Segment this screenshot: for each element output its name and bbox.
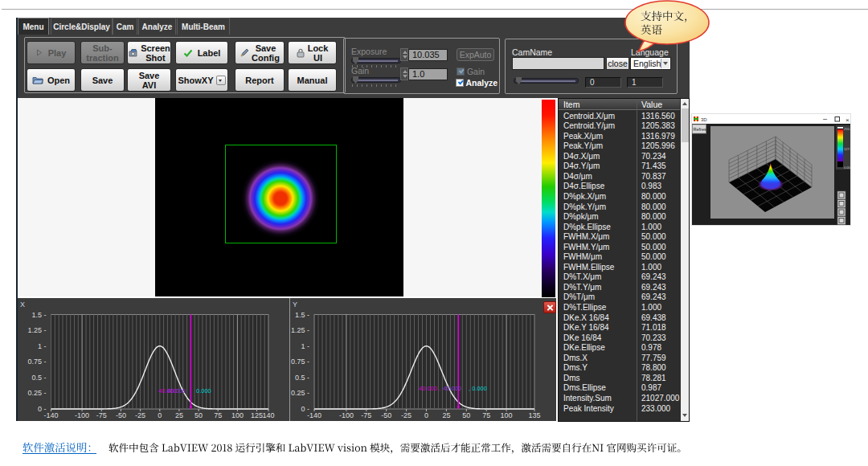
svg-text:75: 75 <box>214 411 222 419</box>
svg-text:, 0.000: , 0.000 <box>469 385 487 392</box>
svg-text:0: 0 <box>424 411 428 419</box>
svg-text:40.000: 40.000 <box>443 385 461 392</box>
svg-text:25: 25 <box>442 411 450 419</box>
svg-text:0.00: 0.00 <box>844 166 850 170</box>
svg-text:-25: -25 <box>135 411 145 419</box>
svg-text:100: 100 <box>501 411 513 419</box>
svg-text:1.25 -: 1.25 - <box>27 326 46 334</box>
svg-text:-25: -25 <box>401 411 411 419</box>
svg-text:-140: -140 <box>307 411 321 419</box>
svg-text:100: 100 <box>231 411 244 419</box>
svg-text:127.5: 127.5 <box>844 147 850 151</box>
svg-text:×: × <box>845 117 850 124</box>
svg-text:–: – <box>823 115 827 123</box>
svg-text:0.75 -: 0.75 - <box>27 358 46 366</box>
svg-text:0: 0 <box>158 411 162 419</box>
svg-text:-50: -50 <box>381 411 391 419</box>
svg-text:40.000 ,: 40.000 , <box>419 385 440 392</box>
svg-text:50: 50 <box>194 411 203 419</box>
svg-text:1 -: 1 - <box>301 342 309 350</box>
svg-text:0.000: 0.000 <box>196 387 211 394</box>
svg-text:X: X <box>20 300 25 309</box>
svg-text:0.25 -: 0.25 - <box>27 389 46 397</box>
svg-text:1 -: 1 - <box>38 342 47 350</box>
svg-text:0.25 -: 0.25 - <box>291 389 309 397</box>
svg-text:-100: -100 <box>339 411 354 419</box>
svg-text:125: 125 <box>251 411 263 419</box>
svg-text:140: 140 <box>262 411 274 419</box>
svg-text:75: 75 <box>482 411 490 419</box>
svg-text:135: 135 <box>528 411 540 419</box>
svg-text:0.5 -: 0.5 - <box>31 374 46 382</box>
svg-text:25: 25 <box>175 411 183 419</box>
svg-text:0.75 -: 0.75 - <box>291 358 309 366</box>
svg-text:1.5 -: 1.5 - <box>31 311 46 319</box>
svg-text:0.5 -: 0.5 - <box>295 374 309 382</box>
svg-text:255.0: 255.0 <box>844 127 850 131</box>
svg-text:Y: Y <box>293 300 297 309</box>
svg-text:-140: -140 <box>43 411 58 419</box>
svg-text:-50: -50 <box>116 411 126 419</box>
svg-text:1.25 -: 1.25 - <box>291 326 309 334</box>
svg-text:1.5 -: 1.5 - <box>295 311 309 319</box>
svg-text:40.000: 40.000 <box>167 387 186 394</box>
svg-text:-75: -75 <box>361 411 371 419</box>
svg-text:-100: -100 <box>75 411 89 419</box>
svg-text:50: 50 <box>462 411 470 419</box>
svg-text:Refresh: Refresh <box>694 127 709 132</box>
svg-text:-75: -75 <box>96 411 107 419</box>
svg-text:3D: 3D <box>701 117 707 122</box>
